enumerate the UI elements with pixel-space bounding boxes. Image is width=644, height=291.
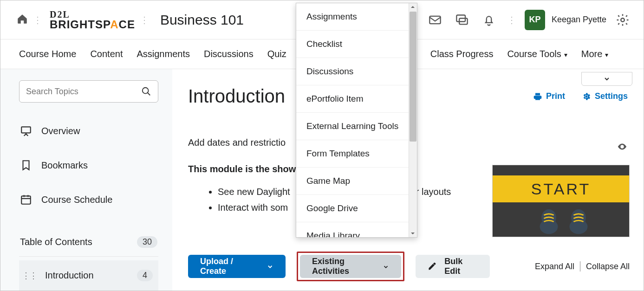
user-name[interactable]: Keegan Pyette bbox=[552, 15, 606, 25]
module-banner-image: START bbox=[492, 165, 630, 237]
toc-count-badge: 30 bbox=[137, 236, 157, 248]
start-stripe: START bbox=[493, 175, 629, 202]
drag-handle-icon bbox=[28, 14, 47, 26]
sidebar-label: Overview bbox=[41, 126, 80, 136]
shoe-icon bbox=[535, 206, 562, 235]
nav-content[interactable]: Content bbox=[90, 49, 123, 59]
nav-course-home[interactable]: Course Home bbox=[19, 49, 76, 59]
menu-item-assignments[interactable]: Assignments bbox=[296, 3, 417, 31]
module-actions: Upload / Create Existing Activities Bulk… bbox=[188, 252, 630, 281]
chevron-down-icon bbox=[383, 263, 389, 270]
collapse-panel-button[interactable] bbox=[581, 72, 632, 86]
scrollbar-thumb[interactable] bbox=[410, 12, 416, 142]
nav-quiz[interactable]: Quiz bbox=[267, 49, 286, 59]
brightspace-logo[interactable]: D2L BRIGHTSPACE bbox=[50, 10, 135, 30]
nav-more[interactable]: More▾ bbox=[581, 49, 609, 59]
print-icon bbox=[533, 92, 542, 101]
existing-activities-button[interactable]: Existing Activities bbox=[300, 255, 401, 278]
svg-rect-0 bbox=[429, 16, 440, 23]
bell-icon[interactable] bbox=[482, 13, 496, 27]
expand-all-button[interactable]: Expand All bbox=[535, 262, 574, 272]
calendar-icon bbox=[20, 194, 32, 206]
mail-icon[interactable] bbox=[428, 13, 442, 27]
existing-activities-highlight: Existing Activities bbox=[297, 252, 404, 281]
menu-item-external-tools[interactable]: External Learning Tools bbox=[296, 113, 417, 140]
search-icon bbox=[141, 86, 151, 97]
gear-icon[interactable] bbox=[616, 13, 630, 27]
module-title: Introduction bbox=[188, 86, 285, 107]
scroll-down-icon[interactable] bbox=[410, 231, 416, 236]
nav-class-progress[interactable]: Class Progress bbox=[430, 49, 494, 59]
sidebar-bookmarks[interactable]: Bookmarks bbox=[19, 150, 158, 181]
grip-icon: ⋮⋮ bbox=[22, 271, 37, 281]
search-topics[interactable] bbox=[19, 80, 158, 103]
dropdown-scrollbar[interactable] bbox=[409, 3, 417, 237]
sidebar-module-introduction[interactable]: ⋮⋮ Introduction 4 bbox=[19, 260, 158, 291]
course-title[interactable]: Business 101 bbox=[160, 12, 244, 28]
logo-top: D2L bbox=[50, 10, 70, 19]
settings-button[interactable]: Settings bbox=[582, 91, 628, 101]
sidebar-overview[interactable]: Overview bbox=[19, 116, 158, 146]
separator bbox=[580, 261, 580, 272]
print-button[interactable]: Print bbox=[533, 91, 565, 101]
nav-assignments[interactable]: Assignments bbox=[137, 49, 190, 59]
menu-item-checklist[interactable]: Checklist bbox=[296, 31, 417, 58]
sidebar-schedule[interactable]: Course Schedule bbox=[19, 184, 158, 215]
nav-course-tools[interactable]: Course Tools▾ bbox=[507, 49, 567, 59]
scroll-up-icon[interactable] bbox=[410, 4, 416, 10]
presentation-icon bbox=[20, 125, 32, 137]
menu-item-eportfolio[interactable]: ePortfolio Item bbox=[296, 85, 417, 113]
module-label: Introduction bbox=[45, 270, 94, 281]
menu-item-google-drive[interactable]: Google Drive bbox=[296, 195, 417, 222]
visibility-icon[interactable] bbox=[617, 142, 628, 154]
menu-item-form-templates[interactable]: Form Templates bbox=[296, 140, 417, 168]
logo-bottom: BRIGHTSPACE bbox=[50, 19, 135, 30]
svg-point-3 bbox=[621, 18, 624, 22]
module-count-badge: 4 bbox=[137, 270, 153, 281]
svg-rect-6 bbox=[21, 196, 31, 204]
menu-item-discussions[interactable]: Discussions bbox=[296, 58, 417, 85]
toc-label: Table of Contents bbox=[20, 237, 92, 247]
chevron-down-icon bbox=[267, 263, 273, 270]
search-input[interactable] bbox=[26, 87, 141, 97]
content-sidebar: Overview Bookmarks Course Schedule Table… bbox=[0, 69, 172, 291]
bulk-edit-button[interactable]: Bulk Edit bbox=[416, 255, 490, 278]
menu-item-media-library[interactable]: Media Library bbox=[296, 222, 417, 237]
home-icon[interactable] bbox=[16, 13, 28, 27]
collapse-all-button[interactable]: Collapse All bbox=[586, 262, 630, 272]
sidebar-label: Course Schedule bbox=[41, 194, 112, 205]
sidebar-toc[interactable]: Table of Contents 30 bbox=[19, 228, 158, 257]
sidebar-label: Bookmarks bbox=[41, 160, 88, 171]
pencil-icon bbox=[428, 261, 437, 272]
bookmark-icon bbox=[20, 159, 32, 171]
avatar[interactable]: KP bbox=[525, 10, 545, 30]
existing-activities-menu: Assignments Checklist Discussions ePortf… bbox=[296, 3, 417, 238]
svg-point-7 bbox=[585, 95, 587, 97]
gear-icon bbox=[582, 92, 591, 101]
nav-discussions[interactable]: Discussions bbox=[204, 49, 254, 59]
drag-handle-icon bbox=[135, 14, 154, 26]
svg-point-4 bbox=[143, 88, 149, 94]
shoe-icon bbox=[565, 206, 592, 235]
svg-rect-5 bbox=[21, 127, 31, 133]
upload-create-button[interactable]: Upload / Create bbox=[188, 255, 286, 278]
drag-handle-icon bbox=[502, 14, 521, 26]
chat-icon[interactable] bbox=[455, 13, 469, 27]
menu-item-game-map[interactable]: Game Map bbox=[296, 168, 417, 195]
